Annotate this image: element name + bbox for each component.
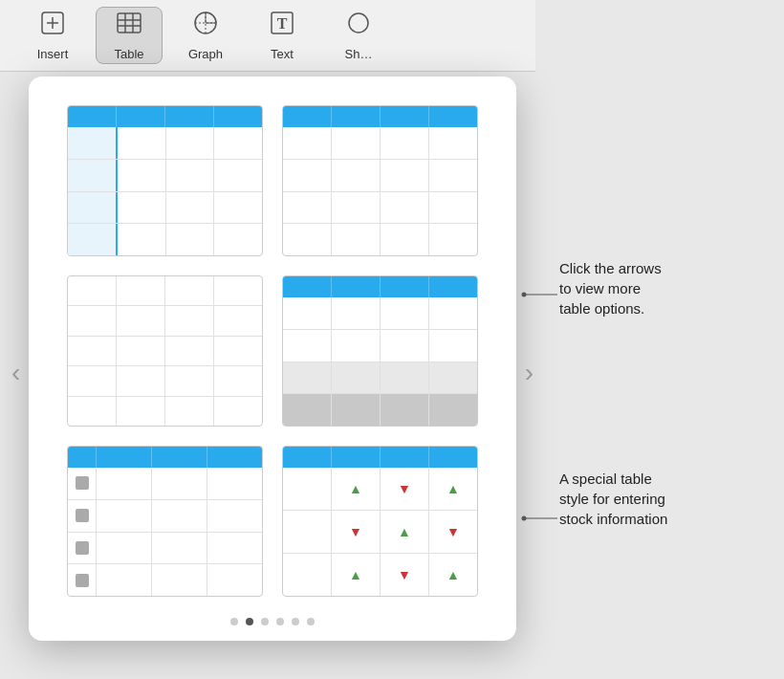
- text-button[interactable]: T Text: [249, 7, 316, 64]
- svg-point-13: [349, 13, 368, 33]
- table-row: [68, 192, 262, 225]
- table-button[interactable]: Table: [96, 7, 163, 64]
- insert-icon: [39, 10, 66, 43]
- arrow-hint-callout: Click the arrows to view more table opti…: [559, 258, 751, 318]
- svg-point-15: [522, 293, 527, 297]
- checkbox-icon: [76, 574, 89, 587]
- table-row: [68, 500, 262, 533]
- dot-6[interactable]: [307, 618, 315, 625]
- table-style-1[interactable]: [67, 105, 263, 256]
- arrow-down-icon: ▼: [349, 524, 362, 539]
- t1-header: [68, 106, 262, 127]
- dot-2[interactable]: [246, 618, 253, 625]
- arrow-down-icon: ▼: [446, 524, 460, 539]
- table-style-3[interactable]: [67, 275, 263, 427]
- table-row: [68, 468, 262, 500]
- graph-label: Graph: [188, 47, 223, 61]
- stock-hint-text: A special table style for entering stock…: [559, 471, 667, 527]
- shape-label: Sh…: [345, 47, 373, 61]
- arrow-up-icon: ▲: [349, 481, 362, 496]
- table-row: [68, 397, 262, 426]
- dot-1[interactable]: [230, 618, 238, 625]
- stock-row: ▲ ▼ ▲: [283, 468, 477, 511]
- table-style-2[interactable]: [282, 105, 478, 256]
- nav-left-button[interactable]: ‹: [11, 358, 20, 388]
- svg-text:T: T: [277, 15, 288, 32]
- insert-button[interactable]: Insert: [19, 7, 86, 64]
- dot-5[interactable]: [292, 618, 299, 625]
- table-row: [68, 160, 262, 192]
- table-row: [283, 297, 477, 330]
- stock-row: ▲ ▼ ▲: [283, 554, 477, 596]
- graph-icon: [192, 10, 219, 43]
- svg-point-17: [522, 516, 527, 521]
- svg-rect-3: [118, 13, 141, 33]
- arrow-up-icon: ▲: [446, 567, 460, 582]
- table-row: [283, 224, 477, 255]
- nav-right-button[interactable]: ›: [525, 358, 534, 388]
- table-row: [68, 276, 262, 306]
- toolbar: Insert Table Graph: [0, 0, 535, 72]
- arrow-up-icon: ▲: [398, 524, 411, 539]
- checkbox-icon: [76, 509, 89, 522]
- insert-label: Insert: [37, 47, 69, 61]
- arrow-hint-text: Click the arrows to view more table opti…: [559, 260, 662, 317]
- t4-header: [283, 276, 477, 297]
- table-row: [283, 160, 477, 192]
- table-row: [68, 127, 262, 160]
- table-row: [68, 224, 262, 255]
- table-row: [68, 337, 262, 366]
- stock-row: ▼ ▲ ▼: [283, 511, 477, 554]
- arrow-up-icon: ▲: [349, 567, 362, 582]
- text-label: Text: [271, 47, 294, 61]
- table-icon: [116, 10, 142, 43]
- t5-header: [68, 447, 262, 468]
- arrow-down-icon: ▼: [398, 481, 411, 496]
- dot-3[interactable]: [261, 618, 269, 625]
- table-row: [68, 564, 262, 596]
- t6-header: [283, 447, 477, 468]
- table-style-5[interactable]: [67, 446, 263, 597]
- table-row: [283, 394, 477, 426]
- dot-4[interactable]: [276, 618, 284, 625]
- page-dots: [230, 618, 315, 625]
- arrow-down-icon: ▼: [398, 567, 411, 582]
- checkbox-icon: [76, 476, 89, 490]
- stock-hint-callout: A special table style for entering stock…: [559, 469, 751, 529]
- table-row: [283, 330, 477, 362]
- table-row: [68, 533, 262, 565]
- shape-button[interactable]: Sh…: [325, 7, 392, 64]
- table-row: [68, 306, 262, 336]
- arrow-up-icon: ▲: [446, 481, 460, 496]
- text-icon: T: [269, 10, 295, 43]
- table-row: [283, 362, 477, 395]
- graph-button[interactable]: Graph: [172, 7, 239, 64]
- table-row: [68, 366, 262, 396]
- table-label: Table: [114, 47, 143, 61]
- table-picker-popup: ‹ ›: [29, 77, 516, 641]
- table-row: [283, 192, 477, 225]
- t2-header: [283, 106, 477, 127]
- table-row: [283, 127, 477, 160]
- checkbox-icon: [76, 541, 89, 555]
- table-style-4[interactable]: [282, 275, 478, 427]
- table-style-grid: ▲ ▼ ▲ ▼ ▲ ▼ ▲ ▼ ▲: [38, 96, 507, 606]
- table-style-6[interactable]: ▲ ▼ ▲ ▼ ▲ ▼ ▲ ▼ ▲: [282, 446, 478, 597]
- shape-icon: [345, 10, 372, 43]
